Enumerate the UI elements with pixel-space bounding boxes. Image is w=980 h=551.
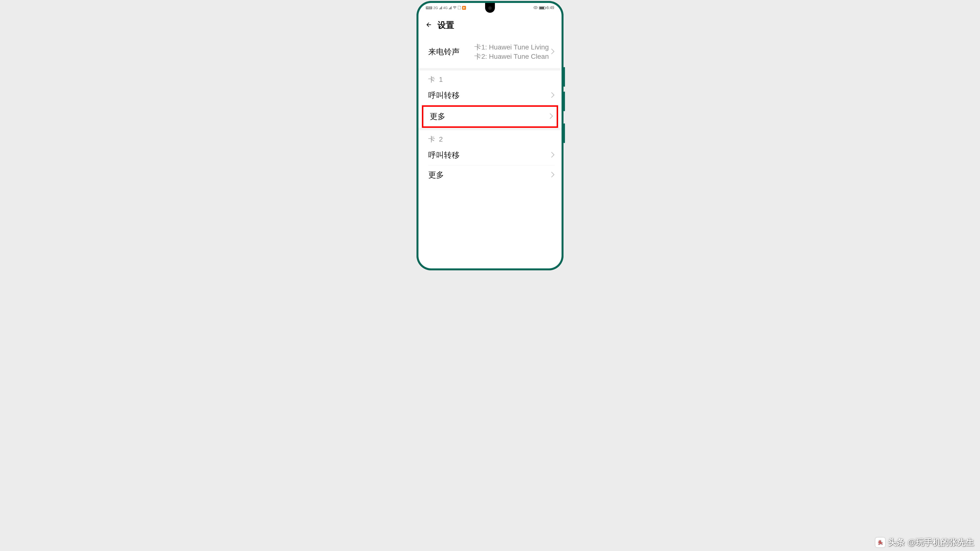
network-label-2: 4G	[443, 6, 448, 10]
highlight-annotation: 更多	[422, 105, 558, 128]
app-header: 设置	[418, 13, 562, 36]
chevron-right-icon	[551, 92, 555, 99]
phone-screen: HD2 2G 4G	[418, 3, 562, 268]
back-arrow-icon[interactable]	[425, 21, 432, 29]
status-left: HD2 2G 4G	[426, 6, 466, 10]
hd-badge: HD2	[426, 6, 432, 9]
chevron-right-icon	[551, 152, 555, 159]
phone-frame-wrapper: HD2 2G 4G	[417, 1, 563, 270]
play-app-icon	[462, 6, 466, 10]
battery-icon	[539, 6, 546, 10]
call-forwarding-sim1-row[interactable]: 呼叫转移	[418, 86, 562, 105]
sim-icon	[458, 6, 461, 10]
signal-bars-icon	[439, 6, 442, 9]
ringtone-sim2: 卡2: Huawei Tune Clean	[460, 52, 549, 61]
page-title: 设置	[438, 20, 454, 31]
network-label-1: 2G	[433, 6, 438, 10]
eye-comfort-icon	[533, 6, 538, 10]
call-forwarding-sim2-row[interactable]: 呼叫转移	[418, 146, 562, 165]
status-time: 6:49	[547, 6, 554, 10]
watermark-brand: 头条	[888, 537, 905, 548]
side-button	[563, 67, 565, 87]
notch	[485, 3, 495, 13]
row-label: 更多	[428, 170, 444, 181]
section-divider	[418, 128, 562, 130]
toutiao-logo-icon: 头	[875, 538, 885, 547]
row-label: 呼叫转移	[428, 150, 460, 160]
signal-bars-icon	[449, 6, 452, 9]
section-divider	[418, 68, 562, 70]
ringtone-sim1: 卡1: Huawei Tune Living	[460, 43, 549, 52]
row-label: 更多	[430, 111, 445, 122]
side-button	[563, 124, 565, 143]
more-sim2-row[interactable]: 更多	[418, 165, 562, 185]
watermark-handle: @玩手机的张先生	[908, 537, 974, 548]
ringtone-value: 卡1: Huawei Tune Living 卡2: Huawei Tune C…	[460, 43, 551, 61]
settings-list: 来电铃声 卡1: Huawei Tune Living 卡2: Huawei T…	[418, 36, 562, 185]
status-right: 6:49	[533, 6, 554, 10]
chevron-right-icon	[551, 49, 555, 56]
section-header-sim2: 卡 2	[418, 130, 562, 146]
phone-frame: HD2 2G 4G	[417, 1, 563, 270]
ringtone-label: 来电铃声	[428, 46, 460, 57]
chevron-right-icon	[549, 113, 553, 120]
wifi-icon	[453, 6, 457, 10]
section-header-sim1: 卡 1	[418, 70, 562, 86]
ringtone-row[interactable]: 来电铃声 卡1: Huawei Tune Living 卡2: Huawei T…	[418, 36, 562, 68]
svg-text:头: 头	[878, 540, 883, 545]
watermark: 头 头条 @玩手机的张先生	[875, 537, 974, 548]
chevron-right-icon	[551, 171, 555, 178]
more-sim1-row[interactable]: 更多	[423, 107, 557, 126]
row-label: 呼叫转移	[428, 90, 460, 101]
side-button	[563, 92, 565, 111]
